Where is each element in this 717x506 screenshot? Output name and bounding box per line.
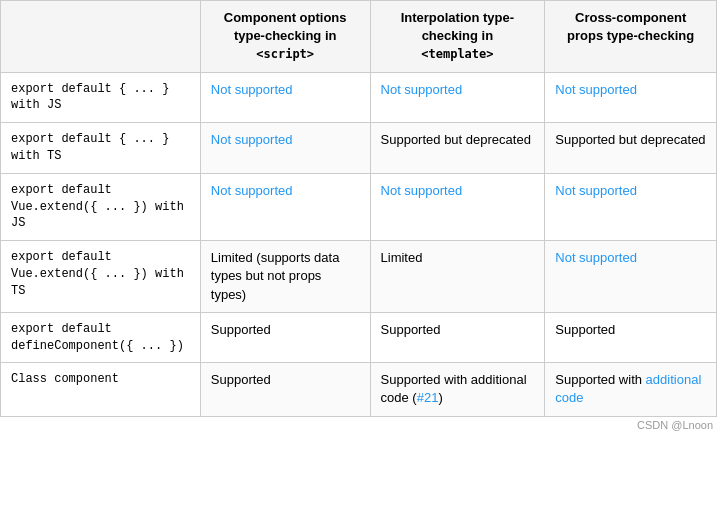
api-cell: Class component — [1, 363, 201, 416]
options-cell: Limited (supports data types but not pro… — [200, 241, 370, 313]
template-tag: <template> — [421, 47, 493, 61]
table-row: export default defineComponent({ ... })S… — [1, 312, 717, 363]
interpolation-cell: Supported but deprecated — [370, 123, 545, 174]
table-row: export default Vue.extend({ ... }) with … — [1, 173, 717, 240]
options-cell: Not supported — [200, 72, 370, 123]
options-cell: Not supported — [200, 173, 370, 240]
header-cross-component: Cross-component props type-checking — [545, 1, 717, 73]
table-row: export default Vue.extend({ ... }) with … — [1, 241, 717, 313]
cross-component-cell: Not supported — [545, 72, 717, 123]
script-tag: <script> — [256, 47, 314, 61]
cross-component-cell: Supported — [545, 312, 717, 363]
cross-component-cell: Not supported — [545, 241, 717, 313]
table-row: Class componentSupportedSupported with a… — [1, 363, 717, 416]
api-cell: export default Vue.extend({ ... }) with … — [1, 173, 201, 240]
interpolation-cell: Supported — [370, 312, 545, 363]
cross-component-cell: Not supported — [545, 173, 717, 240]
options-cell: Supported — [200, 363, 370, 416]
cross-component-cell: Supported with additional code — [545, 363, 717, 416]
table-row: export default { ... } with TSNot suppor… — [1, 123, 717, 174]
header-interpolation-type-check: Interpolation type-checking in <template… — [370, 1, 545, 73]
watermark: CSDN @Lnoon — [0, 417, 717, 433]
additional-code-link[interactable]: additional code — [555, 372, 701, 405]
api-cell: export default defineComponent({ ... }) — [1, 312, 201, 363]
cross-component-cell: Supported but deprecated — [545, 123, 717, 174]
interpolation-cell: Supported with additional code (#21) — [370, 363, 545, 416]
comparison-table: Component options type-checking in <scri… — [0, 0, 717, 417]
options-cell: Not supported — [200, 123, 370, 174]
link-21[interactable]: #21 — [417, 390, 439, 405]
interpolation-cell: Not supported — [370, 173, 545, 240]
interpolation-cell: Not supported — [370, 72, 545, 123]
header-api — [1, 1, 201, 73]
header-options-type-check: Component options type-checking in <scri… — [200, 1, 370, 73]
api-cell: export default { ... } with TS — [1, 123, 201, 174]
api-cell: export default Vue.extend({ ... }) with … — [1, 241, 201, 313]
interpolation-cell: Limited — [370, 241, 545, 313]
api-cell: export default { ... } with JS — [1, 72, 201, 123]
options-cell: Supported — [200, 312, 370, 363]
table-row: export default { ... } with JSNot suppor… — [1, 72, 717, 123]
